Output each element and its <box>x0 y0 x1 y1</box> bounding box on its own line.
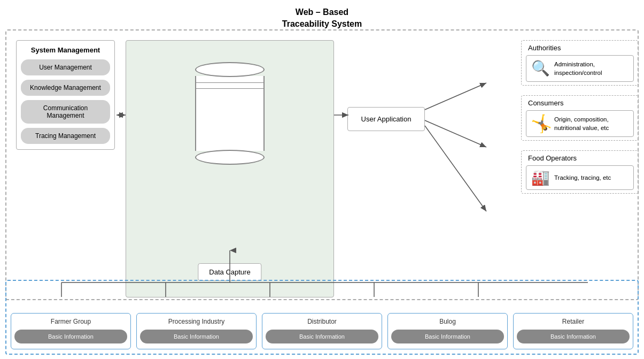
factory-icon: 🏭 <box>531 170 550 185</box>
processing-industry-item: Processing Industry Basic Information <box>136 313 257 349</box>
cylinder-line-1 <box>195 82 265 83</box>
distributor-title: Distributor <box>266 318 378 325</box>
system-management-title: System Management <box>21 46 110 54</box>
cylinder-lines <box>195 77 265 89</box>
authorities-inner-box: 🔍 Administration, inspection/control <box>526 55 634 82</box>
distributor-btn[interactable]: Basic Information <box>266 330 378 343</box>
retailer-item: Retailer Basic Information <box>513 313 633 349</box>
food-operators-inner-box: 🏭 Tracking, tracing, etc <box>526 165 634 190</box>
food-operators-outer-box: Food Operators 🏭 Tracking, tracing, etc <box>521 150 639 194</box>
user-management-item: User Management <box>21 59 110 75</box>
tracing-management-item: Tracing Management <box>21 128 110 144</box>
food-operators-text: Tracking, tracing, etc <box>554 173 611 182</box>
consumer-icon: 🤸 <box>531 115 550 132</box>
search-icon: 🔍 <box>531 61 550 76</box>
processing-industry-title: Processing Industry <box>140 318 253 325</box>
authorities-text: Administration, inspection/control <box>554 60 629 77</box>
main-container: Web – Based Traceability System System M… <box>0 0 644 359</box>
processing-industry-btn[interactable]: Basic Information <box>140 330 253 343</box>
knowledge-management-item: Knowledge Management <box>21 80 110 96</box>
farmer-group-btn[interactable]: Basic Information <box>14 330 127 343</box>
data-capture-label: Data Capture <box>209 268 250 276</box>
consumers-title: Consumers <box>526 99 634 107</box>
cylinder-top <box>195 62 265 77</box>
retailer-btn[interactable]: Basic Information <box>517 330 630 343</box>
farmer-group-item: Farmer Group Basic Information <box>11 313 131 349</box>
consumers-text: Origin, composition, nutritional value, … <box>554 115 629 132</box>
data-capture-box: Data Capture <box>198 263 261 281</box>
main-title: Web – Based Traceability System <box>0 6 644 30</box>
bottom-items-row: Farmer Group Basic Information Processin… <box>11 313 633 349</box>
retailer-title: Retailer <box>517 318 630 325</box>
bulog-btn[interactable]: Basic Information <box>391 330 504 343</box>
authorities-outer-box: Authorities 🔍 Administration, inspection… <box>521 40 639 86</box>
cylinder-bottom <box>195 150 265 165</box>
database-area: Data Capture <box>126 40 334 297</box>
bulog-title: Bulog <box>391 318 504 325</box>
database-cylinder <box>195 62 265 167</box>
user-application-label: User Application <box>361 115 412 123</box>
food-operators-title: Food Operators <box>526 154 634 162</box>
cylinder-line-2 <box>195 88 265 89</box>
distributor-item: Distributor Basic Information <box>262 313 382 349</box>
title-line1: Web – Based <box>296 7 348 17</box>
communication-management-item: Communication Management <box>21 100 110 124</box>
bulog-item: Bulog Basic Information <box>387 313 508 349</box>
consumers-outer-box: Consumers 🤸 Origin, composition, nutriti… <box>521 95 639 141</box>
consumers-inner-box: 🤸 Origin, composition, nutritional value… <box>526 110 634 137</box>
user-application-box: User Application <box>347 107 425 131</box>
authorities-title: Authorities <box>526 44 634 52</box>
right-panels: Authorities 🔍 Administration, inspection… <box>521 40 639 194</box>
farmer-group-title: Farmer Group <box>14 318 127 325</box>
title-line2: Traceability System <box>282 19 362 28</box>
system-management-box: System Management User Management Knowle… <box>16 40 115 150</box>
